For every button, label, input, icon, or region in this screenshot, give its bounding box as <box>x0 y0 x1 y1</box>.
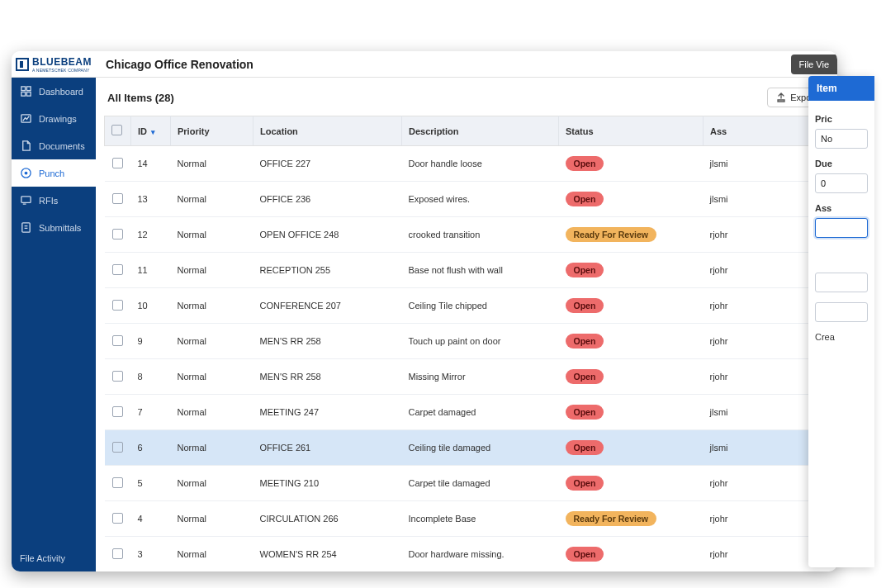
svg-rect-2 <box>21 87 26 91</box>
sidebar-item-label: Dashboard <box>39 87 83 97</box>
cell-priority: Normal <box>171 288 253 324</box>
detail-label-due: Due <box>815 159 868 168</box>
detail-label-created: Crea <box>815 327 868 347</box>
cell-status: Open <box>559 182 704 217</box>
detail-due-field[interactable]: 0 <box>815 173 868 193</box>
table-row[interactable]: 11NormalRECEPTION 255Base not flush with… <box>105 253 829 288</box>
header-checkbox[interactable] <box>105 116 131 146</box>
row-checkbox[interactable] <box>105 253 131 288</box>
row-checkbox[interactable] <box>105 537 131 572</box>
cell-id: 7 <box>131 395 171 430</box>
file-view-button[interactable]: File Vie <box>791 55 837 74</box>
cell-status: Open <box>559 466 704 501</box>
cell-id: 10 <box>131 288 171 324</box>
cell-status: Open <box>559 288 704 324</box>
sidebar-item-dashboard[interactable]: Dashboard <box>12 78 96 105</box>
row-checkbox[interactable] <box>105 430 131 466</box>
documents-icon <box>20 140 32 152</box>
svg-point-8 <box>25 172 28 175</box>
sort-desc-icon: ▾ <box>151 128 155 136</box>
table-row[interactable]: 4NormalCIRCULATION 266Incomplete BaseRea… <box>105 501 829 537</box>
row-checkbox[interactable] <box>105 501 131 537</box>
row-checkbox[interactable] <box>105 182 131 217</box>
header-priority[interactable]: Priority <box>171 116 253 146</box>
header-id[interactable]: ID ▾ <box>131 116 171 146</box>
row-checkbox[interactable] <box>105 324 131 359</box>
detail-panel: Item Pric No Due 0 Ass Crea <box>808 76 874 567</box>
drawings-icon <box>20 112 32 125</box>
detail-priority-field[interactable]: No <box>815 129 868 149</box>
detail-extra-field-1[interactable] <box>815 273 868 292</box>
sidebar-item-label: Documents <box>39 141 85 151</box>
status-badge: Open <box>566 405 604 420</box>
row-checkbox[interactable] <box>105 395 131 430</box>
sidebar-item-submittals[interactable]: Submittals <box>12 214 96 241</box>
svg-rect-1 <box>20 61 23 68</box>
sidebar-item-documents[interactable]: Documents <box>12 132 96 159</box>
app-frame: BLUEBEAM A NEMETSCHEK COMPANY Chicago Of… <box>12 51 837 571</box>
row-checkbox[interactable] <box>105 359 131 395</box>
header-location[interactable]: Location <box>253 116 402 146</box>
row-checkbox[interactable] <box>105 288 131 324</box>
status-badge: Ready For Review <box>566 511 656 526</box>
table-row[interactable]: 8NormalMEN'S RR 258Missing MirrorOpenrjo… <box>105 359 829 395</box>
svg-rect-4 <box>21 92 26 96</box>
status-badge: Open <box>566 156 604 171</box>
detail-assignee-field[interactable] <box>815 218 868 238</box>
detail-tab-item[interactable]: Item <box>808 76 874 101</box>
svg-rect-3 <box>26 87 31 91</box>
cell-description: Base not flush with wall <box>402 253 559 288</box>
cell-location: CONFERENCE 207 <box>253 288 402 324</box>
cell-location: RECEPTION 255 <box>253 253 402 288</box>
table-row[interactable]: 10NormalCONFERENCE 207Ceiling Tile chipp… <box>105 288 829 324</box>
table-row[interactable]: 14NormalOFFICE 227Door handle looseOpenj… <box>105 146 829 182</box>
cell-description: Incomplete Base <box>402 501 559 537</box>
cell-location: WOMEN'S RR 254 <box>253 537 402 572</box>
sidebar-item-rfis[interactable]: RFIs <box>12 187 96 214</box>
table-row[interactable]: 12NormalOPEN OFFICE 248crooked transitio… <box>105 217 829 253</box>
header-description[interactable]: Description <box>402 116 559 146</box>
cell-location: OPEN OFFICE 248 <box>253 217 402 253</box>
table-row[interactable]: 9NormalMEN'S RR 258Touch up paint on doo… <box>105 324 829 359</box>
cell-id: 13 <box>131 182 171 217</box>
row-checkbox[interactable] <box>105 466 131 501</box>
sidebar-item-label: Submittals <box>39 223 81 233</box>
cell-priority: Normal <box>171 359 253 395</box>
row-checkbox[interactable] <box>105 217 131 253</box>
cell-priority: Normal <box>171 430 253 466</box>
row-checkbox[interactable] <box>105 146 131 182</box>
topbar: BLUEBEAM A NEMETSCHEK COMPANY Chicago Of… <box>12 51 837 78</box>
table-row[interactable]: 3NormalWOMEN'S RR 254Door hardware missi… <box>105 537 829 572</box>
table-row[interactable]: 7NormalMEETING 247Carpet damagedOpenjlsm… <box>105 395 829 430</box>
sidebar-footer[interactable]: File Activity <box>12 545 96 571</box>
cell-status: Open <box>559 359 704 395</box>
header-status[interactable]: Status <box>559 116 704 146</box>
status-badge: Open <box>566 263 604 277</box>
detail-extra-field-2[interactable] <box>815 302 868 322</box>
list-title: All Items (28) <box>107 92 174 104</box>
sidebar: DashboardDrawingsDocumentsPunchRFIsSubmi… <box>12 78 96 571</box>
status-badge: Open <box>566 192 604 206</box>
dashboard-icon <box>20 85 32 97</box>
export-icon <box>776 92 786 102</box>
cell-description: Door hardware missing. <box>402 537 559 572</box>
cell-description: Ceiling Tile chipped <box>402 288 559 324</box>
cell-description: Exposed wires. <box>402 182 559 217</box>
sidebar-item-drawings[interactable]: Drawings <box>12 105 96 132</box>
svg-rect-5 <box>26 92 31 96</box>
cell-location: OFFICE 227 <box>253 146 402 182</box>
svg-rect-9 <box>21 197 31 203</box>
cell-id: 8 <box>131 359 171 395</box>
table-row[interactable]: 13NormalOFFICE 236Exposed wires.Openjlsm… <box>105 182 829 217</box>
cell-status: Open <box>559 537 704 572</box>
detail-label-priority: Pric <box>815 114 868 124</box>
cell-priority: Normal <box>171 324 253 359</box>
svg-rect-10 <box>22 223 30 232</box>
status-badge: Ready For Review <box>566 227 656 242</box>
sidebar-item-punch[interactable]: Punch <box>12 159 96 187</box>
table-row[interactable]: 5NormalMEETING 210Carpet tile damagedOpe… <box>105 466 829 501</box>
brand-logo[interactable]: BLUEBEAM A NEMETSCHEK COMPANY <box>12 51 96 78</box>
cell-location: MEETING 210 <box>253 466 402 501</box>
table-row[interactable]: 6NormalOFFICE 261Ceiling tile damagedOpe… <box>105 430 829 466</box>
items-table: ID ▾ Priority Location Description Statu… <box>104 116 829 571</box>
